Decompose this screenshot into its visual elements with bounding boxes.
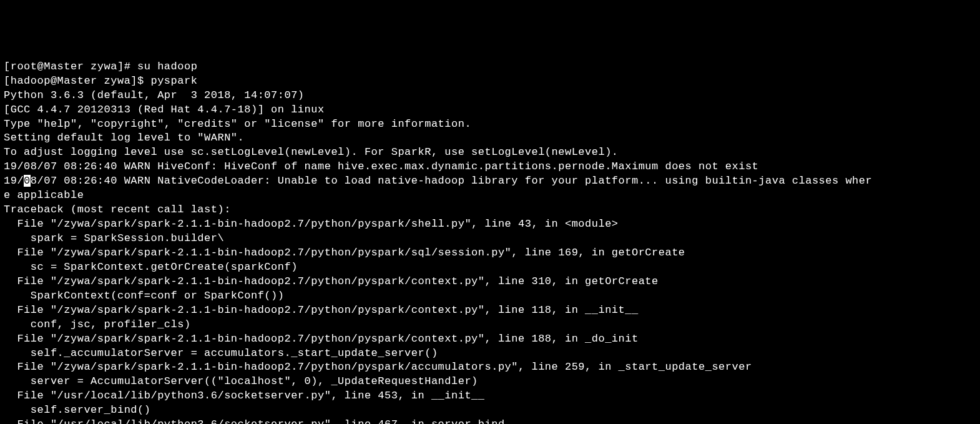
terminal-line: spark = SparkSession.builder\ — [4, 232, 224, 244]
terminal-line: File "/zywa/spark/spark-2.1.1-bin-hadoop… — [4, 275, 659, 287]
terminal-line: SparkContext(conf=conf or SparkConf()) — [4, 290, 284, 302]
terminal-line: server = AccumulatorServer(("localhost",… — [4, 375, 478, 387]
terminal-line: [root@Master zywa]# su hadoop — [4, 61, 197, 72]
terminal-line: Python 3.6.3 (default, Apr 3 2018, 14:07… — [4, 89, 305, 101]
terminal-line: File "/zywa/spark/spark-2.1.1-bin-hadoop… — [4, 333, 639, 345]
terminal-line: Traceback (most recent call last): — [4, 204, 231, 215]
terminal-line-with-cursor: 19/08/07 08:26:40 WARN NativeCodeLoader:… — [4, 175, 872, 187]
terminal-line: File "/zywa/spark/spark-2.1.1-bin-hadoop… — [4, 361, 752, 373]
terminal-line: File "/zywa/spark/spark-2.1.1-bin-hadoop… — [4, 304, 639, 316]
terminal-line: e applicable — [4, 189, 84, 201]
terminal-line: conf, jsc, profiler_cls) — [4, 318, 191, 330]
terminal-window[interactable]: [root@Master zywa]# su hadoop [hadoop@Ma… — [4, 60, 980, 424]
terminal-cursor: 0 — [24, 175, 31, 187]
terminal-line: 19/08/07 08:26:40 WARN HiveConf: HiveCon… — [4, 160, 758, 172]
terminal-line: [GCC 4.4.7 20120313 (Red Hat 4.4.7-18)] … — [4, 104, 325, 116]
terminal-line: File "/usr/local/lib/python3.6/socketser… — [4, 390, 485, 402]
terminal-line: [hadoop@Master zywa]$ pyspark — [4, 75, 197, 87]
cursor-before: 19/ — [4, 175, 24, 187]
terminal-line: sc = SparkContext.getOrCreate(sparkConf) — [4, 261, 298, 273]
terminal-line: File "/zywa/spark/spark-2.1.1-bin-hadoop… — [4, 218, 619, 230]
terminal-line: self._accumulatorServer = accumulators._… — [4, 347, 438, 359]
terminal-line: self.server_bind() — [4, 404, 150, 416]
terminal-line: Setting default log level to "WARN". — [4, 132, 244, 144]
terminal-line: Type "help", "copyright", "credits" or "… — [4, 118, 471, 130]
terminal-line: File "/usr/local/lib/python3.6/socketser… — [4, 418, 505, 424]
terminal-line: To adjust logging level use sc.setLogLev… — [4, 146, 619, 158]
cursor-after: 8/07 08:26:40 WARN NativeCodeLoader: Una… — [31, 175, 872, 187]
terminal-line: File "/zywa/spark/spark-2.1.1-bin-hadoop… — [4, 247, 685, 259]
